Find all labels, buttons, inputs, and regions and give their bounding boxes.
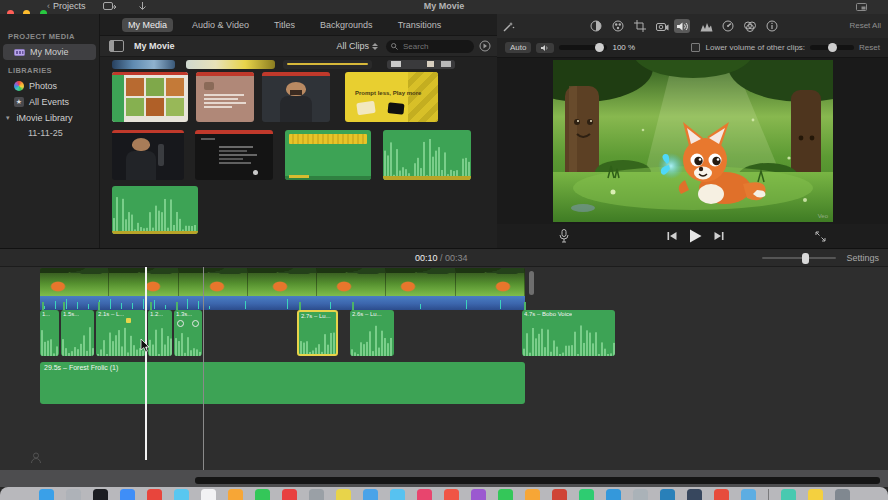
dock-app-15-icon[interactable] (417, 489, 432, 500)
background-music-clip[interactable]: 29.5s – Forest Frolic (1) (40, 362, 525, 404)
dock-app-11-icon[interactable] (309, 489, 324, 500)
thumbnail-webcam-dark[interactable] (112, 130, 184, 180)
search-box[interactable] (386, 40, 474, 53)
thumbnail-document[interactable] (196, 72, 254, 122)
dock-app-10-icon[interactable] (282, 489, 297, 500)
thumbnail-audio-green[interactable] (383, 130, 471, 180)
dock-app-6-icon[interactable] (174, 489, 189, 500)
audio-clip-selected[interactable]: 2.7s – Lu... (297, 310, 338, 356)
dock-app-21-icon[interactable] (579, 489, 594, 500)
content-forward-icon[interactable] (479, 40, 491, 52)
timeline-scrollbar[interactable] (195, 477, 880, 484)
tab-titles[interactable]: Titles (268, 18, 301, 32)
audio-clip[interactable]: 1.5s... (61, 310, 94, 356)
crop-icon[interactable] (632, 19, 648, 33)
audio-clip[interactable]: 1... (40, 310, 59, 356)
thumbnail-app-grid[interactable] (112, 72, 188, 122)
thumbnail-terminal[interactable] (195, 130, 273, 180)
speed-icon[interactable] (720, 19, 736, 33)
dock-app-22-icon[interactable] (606, 489, 621, 500)
tab-backgrounds[interactable]: Backgrounds (314, 18, 379, 32)
clip-trim-handle[interactable] (529, 271, 534, 295)
play-button[interactable] (689, 229, 702, 243)
clip-info-icon[interactable] (764, 19, 780, 33)
dock-app-1-icon[interactable] (39, 489, 54, 500)
fullscreen-button[interactable] (815, 231, 826, 242)
dock-app-28-icon[interactable] (781, 489, 796, 500)
reset-button[interactable]: Reset (859, 43, 880, 52)
audio-clip[interactable]: 1.2... (148, 310, 172, 356)
thumbnail-audio-green-2[interactable] (112, 186, 198, 234)
volume-icon[interactable] (674, 19, 690, 33)
lower-volume-checkbox[interactable] (691, 43, 700, 52)
audio-clip[interactable]: 2.1s – L... (96, 310, 146, 356)
audio-clip[interactable]: 2.6s – Lu... (350, 310, 394, 356)
dock-app-23-icon[interactable] (633, 489, 648, 500)
auto-volume-button[interactable]: Auto (505, 42, 531, 53)
previous-frame-button[interactable] (667, 231, 677, 241)
dock-app-12-icon[interactable] (336, 489, 351, 500)
thumbnail-webcam-man[interactable] (262, 72, 330, 122)
dock-app-27-icon[interactable] (741, 489, 756, 500)
volume-slider-knob[interactable] (595, 43, 604, 52)
video-clip-audio-band[interactable] (40, 296, 525, 310)
dock-app-25-icon[interactable] (687, 489, 702, 500)
audio-clip[interactable]: 1.3s... (174, 310, 202, 356)
timeline-zoom-knob[interactable] (802, 253, 809, 264)
thumbnail-partial-1[interactable] (112, 60, 175, 69)
dock-app-7-icon[interactable] (201, 489, 216, 500)
dock-app-8-icon[interactable] (228, 489, 243, 500)
sidebar-item-my-movie[interactable]: My Movie (3, 44, 96, 60)
dock-app-2-icon[interactable] (66, 489, 81, 500)
dock-app-5-icon[interactable] (147, 489, 162, 500)
disclosure-chevron-icon[interactable]: ▾ (6, 114, 10, 122)
thumbnail-audio-yellow[interactable] (285, 130, 371, 180)
clip-filter-dropdown[interactable]: All Clips (336, 41, 378, 51)
fade-handle-icon[interactable] (177, 320, 184, 327)
sidebar-item-imovie-library[interactable]: ▾ iMovie Library (0, 110, 99, 126)
thumbnail-partial-3[interactable] (283, 60, 372, 69)
timeline[interactable]: 1... 1.5s... 2.1s – L... 1.2... 1.3s... … (0, 267, 888, 470)
sidebar-toggle-icon[interactable] (109, 40, 124, 52)
dock-app-14-icon[interactable] (390, 489, 405, 500)
color-balance-icon[interactable] (588, 19, 604, 33)
dock-app-17-icon[interactable] (471, 489, 486, 500)
dock-app-20-icon[interactable] (552, 489, 567, 500)
timeline-zoom-slider[interactable] (762, 257, 836, 259)
dock-app-29-icon[interactable] (808, 489, 823, 500)
auto-enhance-wand-icon[interactable] (500, 19, 516, 33)
video-clip-filmstrip[interactable] (40, 268, 525, 296)
sidebar-item-event-11-11-25[interactable]: 11-11-25 (0, 126, 99, 140)
clip-filter-effects-icon[interactable] (742, 19, 758, 33)
dock-app-13-icon[interactable] (363, 489, 378, 500)
thumbnail-partial-4[interactable] (387, 60, 455, 69)
dock-app-3-icon[interactable] (93, 489, 108, 500)
dock-app-30-icon[interactable] (835, 489, 850, 500)
dock-app-19-icon[interactable] (525, 489, 540, 500)
noise-reduction-icon[interactable] (698, 19, 714, 33)
sidebar-item-all-events[interactable]: ★ All Events (0, 94, 99, 110)
thumbnail-partial-2[interactable] (186, 60, 275, 69)
timeline-settings-button[interactable]: Settings (846, 253, 879, 263)
lower-volume-slider[interactable] (810, 45, 854, 50)
search-input[interactable] (401, 41, 465, 52)
volume-slider[interactable] (559, 45, 607, 50)
dock-app-26-icon[interactable] (714, 489, 729, 500)
audio-clip[interactable]: 4.7s – Bobo Voice (522, 310, 615, 356)
pip-window-icon[interactable] (856, 3, 867, 11)
fade-handle-icon[interactable] (192, 320, 199, 327)
dock-app-16-icon[interactable] (444, 489, 459, 500)
next-frame-button[interactable] (714, 231, 724, 241)
dock-app-18-icon[interactable] (498, 489, 513, 500)
tab-my-media[interactable]: My Media (122, 18, 173, 32)
lower-volume-knob[interactable] (828, 43, 837, 52)
color-correction-icon[interactable] (610, 19, 626, 33)
dock-app-24-icon[interactable] (660, 489, 675, 500)
dock-app-4-icon[interactable] (120, 489, 135, 500)
reset-all-button[interactable]: Reset All (849, 21, 881, 30)
mute-speaker-button[interactable] (536, 43, 554, 53)
record-voiceover-button[interactable] (559, 229, 569, 243)
thumbnail-yellow-slide[interactable]: Prompt less, Play more (345, 72, 438, 122)
dock-app-9-icon[interactable] (255, 489, 270, 500)
preview-video-frame[interactable]: Veo (553, 60, 833, 222)
